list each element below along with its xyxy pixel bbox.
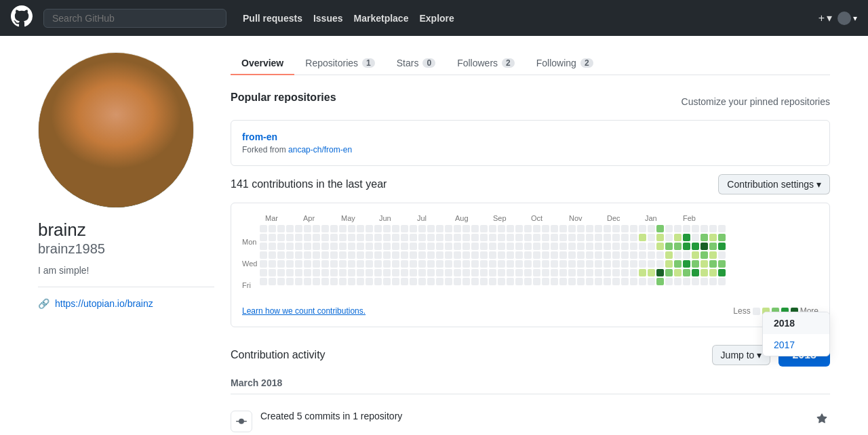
tab-followers[interactable]: Followers 2 <box>446 52 526 75</box>
graph-cell[interactable] <box>269 243 276 250</box>
graph-cell[interactable] <box>586 260 593 268</box>
graph-cell[interactable] <box>357 243 364 250</box>
graph-cell[interactable] <box>418 251 426 259</box>
graph-cell[interactable] <box>339 243 347 250</box>
graph-cell[interactable] <box>568 243 576 250</box>
graph-cell[interactable] <box>524 269 532 276</box>
graph-cell[interactable] <box>374 251 382 259</box>
graph-cell[interactable] <box>612 278 620 285</box>
graph-cell[interactable] <box>559 260 567 268</box>
graph-cell[interactable] <box>313 225 320 232</box>
graph-cell[interactable] <box>612 260 620 268</box>
graph-cell[interactable] <box>260 278 267 285</box>
graph-cell[interactable] <box>313 251 320 259</box>
graph-cell[interactable] <box>357 234 364 241</box>
graph-cell[interactable] <box>542 243 549 250</box>
nav-issues[interactable]: Issues <box>313 13 343 24</box>
graph-cell[interactable] <box>604 243 611 250</box>
graph-cell[interactable] <box>630 234 637 241</box>
graph-cell[interactable] <box>418 278 426 285</box>
graph-cell[interactable] <box>630 225 637 232</box>
graph-cell[interactable] <box>366 269 373 276</box>
graph-cell[interactable] <box>559 225 567 232</box>
graph-cell[interactable] <box>604 269 611 276</box>
nav-explore[interactable]: Explore <box>419 13 454 24</box>
year-option-2018[interactable]: 2018 <box>763 312 829 334</box>
graph-cell[interactable] <box>330 278 338 285</box>
graph-cell[interactable] <box>427 278 435 285</box>
graph-cell[interactable] <box>665 225 673 232</box>
nav-marketplace[interactable]: Marketplace <box>354 13 409 24</box>
graph-cell[interactable] <box>692 225 699 232</box>
graph-cell[interactable] <box>692 243 699 250</box>
graph-cell[interactable] <box>260 269 267 276</box>
graph-cell[interactable] <box>462 269 470 276</box>
graph-cell[interactable] <box>498 260 505 268</box>
graph-cell[interactable] <box>383 278 391 285</box>
graph-cell[interactable] <box>348 243 355 250</box>
graph-cell[interactable] <box>515 278 523 285</box>
graph-cell[interactable] <box>683 260 690 268</box>
graph-cell[interactable] <box>304 234 311 241</box>
graph-cell[interactable] <box>630 243 637 250</box>
graph-cell[interactable] <box>445 278 452 285</box>
graph-cell[interactable] <box>374 234 382 241</box>
graph-cell[interactable] <box>498 269 505 276</box>
graph-cell[interactable] <box>339 251 347 259</box>
graph-cell[interactable] <box>445 269 452 276</box>
graph-cell[interactable] <box>656 269 664 276</box>
graph-cell[interactable] <box>374 225 382 232</box>
graph-cell[interactable] <box>524 251 532 259</box>
tab-following[interactable]: Following 2 <box>526 52 604 75</box>
graph-cell[interactable] <box>595 269 602 276</box>
graph-cell[interactable] <box>533 225 540 232</box>
graph-cell[interactable] <box>683 251 690 259</box>
graph-cell[interactable] <box>665 278 673 285</box>
graph-cell[interactable] <box>357 251 364 259</box>
graph-cell[interactable] <box>277 234 285 241</box>
graph-cell[interactable] <box>568 269 576 276</box>
graph-cell[interactable] <box>621 225 629 232</box>
graph-cell[interactable] <box>559 269 567 276</box>
graph-cell[interactable] <box>260 243 267 250</box>
graph-cell[interactable] <box>321 225 329 232</box>
graph-cell[interactable] <box>330 225 338 232</box>
graph-cell[interactable] <box>507 234 514 241</box>
graph-cell[interactable] <box>604 260 611 268</box>
graph-cell[interactable] <box>665 269 673 276</box>
graph-cell[interactable] <box>648 278 655 285</box>
graph-cell[interactable] <box>515 260 523 268</box>
graph-cell[interactable] <box>604 278 611 285</box>
graph-cell[interactable] <box>321 260 329 268</box>
graph-cell[interactable] <box>498 278 505 285</box>
graph-cell[interactable] <box>551 269 558 276</box>
user-menu-button[interactable]: ▾ <box>837 12 857 25</box>
graph-cell[interactable] <box>639 251 646 259</box>
graph-cell[interactable] <box>445 260 452 268</box>
graph-cell[interactable] <box>701 278 708 285</box>
graph-cell[interactable] <box>709 278 717 285</box>
graph-cell[interactable] <box>489 260 496 268</box>
graph-cell[interactable] <box>427 225 435 232</box>
graph-cell[interactable] <box>471 278 479 285</box>
graph-cell[interactable] <box>665 251 673 259</box>
graph-cell[interactable] <box>533 278 540 285</box>
graph-cell[interactable] <box>286 278 294 285</box>
graph-cell[interactable] <box>656 260 664 268</box>
graph-cell[interactable] <box>683 243 690 250</box>
graph-cell[interactable] <box>418 260 426 268</box>
graph-cell[interactable] <box>269 269 276 276</box>
graph-cell[interactable] <box>489 269 496 276</box>
graph-cell[interactable] <box>462 278 470 285</box>
graph-cell[interactable] <box>542 225 549 232</box>
graph-cell[interactable] <box>648 225 655 232</box>
graph-cell[interactable] <box>410 234 417 241</box>
graph-cell[interactable] <box>295 251 302 259</box>
graph-cell[interactable] <box>718 251 726 259</box>
graph-cell[interactable] <box>330 260 338 268</box>
graph-cell[interactable] <box>568 234 576 241</box>
graph-cell[interactable] <box>269 260 276 268</box>
graph-cell[interactable] <box>462 243 470 250</box>
graph-cell[interactable] <box>427 234 435 241</box>
graph-cell[interactable] <box>559 234 567 241</box>
